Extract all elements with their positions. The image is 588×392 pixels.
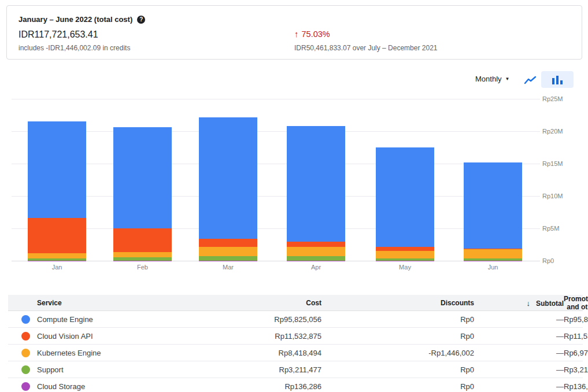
bar-segment-support[interactable] [287,256,345,261]
service-name: Compute Engine [37,315,93,324]
service-name: Kubernetes Engine [37,349,101,357]
y-gridline [12,228,540,229]
y-axis-tick-label: Rp20M [542,128,563,135]
service-legend-dot [21,315,30,324]
table-row: Compute EngineRp95,825,056Rp0—Rp95,825,0… [8,311,583,328]
service-legend-dot [21,382,30,391]
sort-descending-icon: ↓ [527,299,531,308]
promotions-cell: — [474,365,564,374]
bar-segment-compute-engine[interactable] [199,117,257,239]
bar-segment-cloud-vision-api[interactable] [28,218,86,253]
table-row: Cloud StorageRp136,286Rp0—Rp136,286 [8,378,583,392]
total-cost-card: January – June 2022 (total cost) ? IDR11… [6,5,582,60]
bar-segment-cloud-vision-api[interactable] [113,228,172,252]
y-axis-tick-label: Rp10M [542,193,563,199]
y-gridline [12,99,540,99]
stacked-bar-mar[interactable] [199,117,257,261]
card-title-row: January – June 2022 (total cost) ? [19,15,145,24]
service-cell: Cloud Vision API [8,332,224,341]
comparison-note: IDR50,461,833.07 over July – December 20… [294,44,437,52]
bar-segment-cloud-vision-api[interactable] [376,247,434,251]
service-legend-dot [21,332,30,341]
stacked-bar-jun[interactable] [464,162,522,261]
bar-segment-kubernetes-engine[interactable] [464,249,522,258]
promotions-cell: — [474,349,564,357]
bar-segment-support[interactable] [199,256,257,261]
col-header-service[interactable]: Service [8,299,224,307]
promotions-cell: — [474,315,564,324]
service-cell: Compute Engine [8,315,224,324]
line-chart-icon [524,76,537,85]
y-gridline [12,164,540,164]
y-axis-tick-label: Rp15M [542,160,563,167]
service-legend-dot [21,365,30,374]
service-name: Cloud Storage [37,382,85,391]
stacked-bar-apr[interactable] [287,126,345,261]
y-gridline [12,261,540,261]
service-name: Support [37,365,64,374]
x-axis-tick-label: May [376,264,434,271]
change-percent: 75.03% [302,29,330,39]
bar-segment-kubernetes-engine[interactable] [199,247,257,256]
bar-segment-kubernetes-engine[interactable] [376,251,434,258]
cost-cell: Rp136,286 [224,382,321,391]
subtotal-cell: Rp136,286 [564,382,588,391]
y-axis-tick-label: Rp25M [542,95,563,102]
chevron-down-icon: ▼ [505,76,510,82]
stacked-bar-jan[interactable] [28,121,86,261]
cost-cell: Rp8,418,494 [224,349,321,357]
granularity-dropdown[interactable]: Monthly ▼ [475,75,509,83]
y-gridline [12,131,540,132]
help-icon[interactable]: ? [137,16,145,24]
cost-cell: Rp3,211,477 [224,365,321,374]
discounts-cell: Rp0 [321,332,474,341]
services-cost-table: Service Cost Discounts Promotions and ot… [8,295,583,392]
bar-chart-icon [552,75,563,84]
table-body: Compute EngineRp95,825,056Rp0—Rp95,825,0… [8,311,583,392]
total-amount: IDR117,721,653.41 [19,29,98,40]
table-row: SupportRp3,211,477Rp0—Rp3,211,477 [8,361,583,378]
bar-chart-view-button[interactable] [541,71,574,88]
bar-segment-kubernetes-engine[interactable] [28,253,86,258]
cost-change: ↑ 75.03% [294,29,330,39]
bar-segment-compute-engine[interactable] [28,121,86,218]
bar-segment-compute-engine[interactable] [287,126,345,241]
bar-segment-compute-engine[interactable] [113,127,172,228]
bar-segment-cloud-vision-api[interactable] [199,239,257,247]
discounts-cell: Rp0 [321,382,474,391]
y-axis-tick-label: Rp0 [542,257,554,264]
service-name: Cloud Vision API [37,332,93,341]
subtotal-cell: Rp3,211,477 [564,365,588,374]
stacked-bar-feb[interactable] [113,127,172,261]
discounts-cell: Rp0 [321,315,474,324]
bar-segment-cloud-vision-api[interactable] [287,242,345,247]
monthly-cost-chart: Rp0Rp5MRp10MRp15MRp20MRp25MJanFebMarAprM… [0,93,588,261]
subtotal-cell: Rp6,972,491 [564,349,588,357]
service-cell: Support [8,365,224,374]
x-axis-tick-label: Jan [28,264,86,271]
col-header-promotions[interactable]: Promotions and others [564,295,588,311]
stacked-bar-may[interactable] [376,147,434,261]
arrow-up-icon: ↑ [294,29,299,39]
subtotal-cell: Rp11,532,875 [564,332,588,341]
subtotal-cell: Rp95,825,056 [564,315,588,324]
discounts-cell: Rp0 [321,365,474,374]
x-axis-tick-label: Jun [464,264,522,271]
x-axis-tick-label: Apr [287,264,345,271]
discounts-cell: -Rp1,446,002 [321,349,474,357]
service-cell: Cloud Storage [8,382,224,391]
billing-report-page: { "summary": { "title": "January – June … [0,0,588,392]
bar-segment-kubernetes-engine[interactable] [113,252,172,257]
bar-segment-kubernetes-engine[interactable] [287,247,345,256]
col-header-cost[interactable]: Cost [224,299,321,307]
credits-note: includes -IDR1,446,002.09 in credits [19,44,130,52]
table-row: Kubernetes EngineRp8,418,494-Rp1,446,002… [8,345,583,361]
col-header-subtotal[interactable]: ↓Subtotal [527,299,564,308]
col-header-discounts[interactable]: Discounts [321,299,474,307]
bar-segment-compute-engine[interactable] [464,162,522,249]
y-gridline [12,196,540,197]
cost-cell: Rp11,532,875 [224,332,321,341]
service-cell: Kubernetes Engine [8,349,224,357]
line-chart-view-button[interactable] [522,73,538,87]
bar-segment-compute-engine[interactable] [376,147,434,247]
